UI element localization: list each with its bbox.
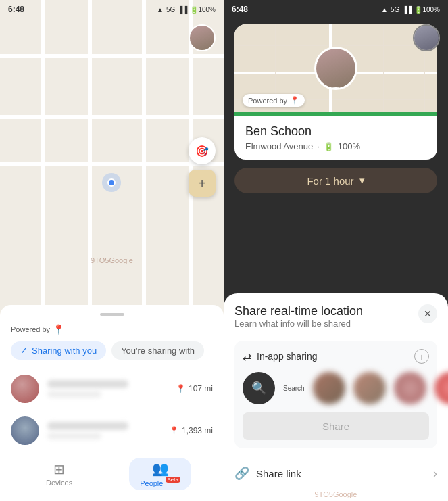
map-area[interactable]: 🎯 + 9TO5Google <box>0 0 224 305</box>
contact-name-blur-2 <box>47 422 128 430</box>
checkmark-icon: ✓ <box>20 345 28 356</box>
bottom-sheet-left: Powered by 📍 ✓ Sharing with you You're s… <box>0 305 224 501</box>
sharing-label: ⇄ In-app sharing <box>243 350 318 363</box>
mc-road-h1 <box>234 45 437 46</box>
share-link-row[interactable]: 🔗 Share link › <box>234 456 437 490</box>
share-modal: Share real-time location Learn what info… <box>224 293 448 501</box>
share-link-left: 🔗 Share link <box>234 466 301 481</box>
map-card-info: Ben Schoon Elmwood Avenue · 🔋 100% <box>234 116 437 160</box>
network-5g-right: 5G <box>391 6 399 14</box>
contact-circle-2[interactable] <box>353 372 386 404</box>
watermark-right: 9TO5Google <box>315 490 357 498</box>
contact-item-2[interactable]: 📍 1,393 mi <box>11 410 213 452</box>
tab-buttons: ✓ Sharing with you You're sharing with <box>11 341 213 360</box>
battery-icon-right: 🔋100% <box>414 6 440 14</box>
search-button[interactable]: 🔍 <box>243 372 275 404</box>
powered-by-left: Powered by 📍 <box>11 324 213 335</box>
search-contact: Search <box>283 385 305 392</box>
avatar-image <box>190 26 214 50</box>
contact-sub-blur-2 <box>47 433 101 439</box>
contact-list: 📍 107 mi 📍 1,393 mi <box>11 368 213 452</box>
map-card-avatar <box>314 47 357 90</box>
location-button[interactable]: 🎯 <box>189 137 216 164</box>
devices-icon: ⊞ <box>53 461 65 477</box>
duration-button[interactable]: For 1 hour ▾ <box>234 168 437 193</box>
wifi-icon: ▐▐ <box>178 6 187 14</box>
status-icons-right: ▲ 5G ▐▐ 🔋100% <box>381 6 440 14</box>
contact-info-2 <box>47 422 161 439</box>
contact-sub-blur-1 <box>47 391 101 398</box>
map-controls: 🎯 + <box>189 137 216 197</box>
location-dot <box>105 176 118 189</box>
share-link-label: Share link <box>256 468 301 479</box>
contact-circle-4[interactable] <box>434 372 448 404</box>
nav-devices-label: Devices <box>46 479 72 487</box>
battery-level-icon: 🔋 <box>324 142 334 151</box>
battery-icon-left: 🔋100% <box>190 6 216 14</box>
in-app-sharing-label: In-app sharing <box>257 351 318 362</box>
status-icons-left: ▲ 5G ▐▐ 🔋100% <box>157 6 216 14</box>
pin-icon-2: 📍 <box>169 426 179 435</box>
card-name: Ben Schoon <box>245 124 426 139</box>
modal-subtitle: Learn what info will be shared <box>234 318 363 329</box>
right-panel: 6:48 ▲ 5G ▐▐ 🔋100% <box>224 0 448 501</box>
info-icon[interactable]: i <box>414 349 429 364</box>
contact-circle-3[interactable] <box>394 372 426 404</box>
pin-icon-1: 📍 <box>176 384 186 393</box>
close-icon: ✕ <box>424 308 432 319</box>
people-icon: 👥 <box>152 460 169 477</box>
tab-you-sharing[interactable]: You're sharing with <box>111 341 204 360</box>
sharing-header: ⇄ In-app sharing i <box>243 349 429 364</box>
nav-people-label: People Beta <box>140 478 180 487</box>
contact-distance-2: 📍 1,393 mi <box>169 426 213 435</box>
signal-icon: ▲ <box>157 6 164 14</box>
tab-sharing-with-you-label: Sharing with you <box>32 345 97 356</box>
search-label: Search <box>283 385 305 392</box>
mc-road-v3 <box>383 24 384 112</box>
plus-icon: + <box>198 176 206 191</box>
nav-devices[interactable]: ⊞ Devices <box>32 458 86 490</box>
distance-1: 107 mi <box>189 384 213 393</box>
map-card: Powered by 📍 Ben Schoon Elmwood Avenue ·… <box>234 24 437 160</box>
avatar-image-2 <box>414 26 439 50</box>
modal-title: Share real-time location <box>234 304 363 318</box>
duration-label: For 1 hour <box>307 175 353 187</box>
modal-header: Share real-time location Learn what info… <box>234 304 437 338</box>
beta-badge: Beta <box>166 477 180 483</box>
map-card-pin <box>332 87 340 90</box>
status-time-left: 6:48 <box>8 5 24 14</box>
status-time-right: 6:48 <box>232 5 248 14</box>
powered-by-text: Powered by <box>11 325 50 333</box>
contacts-row: 🔍 Search <box>243 372 429 404</box>
tab-sharing-with-you[interactable]: ✓ Sharing with you <box>11 341 106 360</box>
share-button[interactable]: Share <box>243 412 429 440</box>
avatar-top-right-2[interactable] <box>413 24 440 51</box>
status-bar-left: 6:48 ▲ 5G ▐▐ 🔋100% <box>0 0 224 19</box>
wifi-icon-right: ▐▐ <box>402 6 412 14</box>
contact-avatar-2 <box>11 416 39 445</box>
add-button[interactable]: + <box>189 170 216 197</box>
modal-close-button[interactable]: ✕ <box>418 304 437 323</box>
contact-circle-1[interactable] <box>313 372 345 404</box>
sheet-handle <box>100 313 124 316</box>
contact-item-1[interactable]: 📍 107 mi <box>11 368 213 410</box>
avatar-top-right[interactable] <box>189 24 216 51</box>
distance-2: 1,393 mi <box>182 426 213 435</box>
share-arrows-icon: ⇄ <box>243 350 251 363</box>
map-card-image: Powered by 📍 <box>234 24 437 112</box>
status-bar-right: 6:48 ▲ 5G ▐▐ 🔋100% <box>224 0 448 19</box>
battery-pct: 100% <box>338 141 360 151</box>
card-location-text: Elmwood Avenue <box>245 141 313 151</box>
duration-chevron: ▾ <box>359 174 365 187</box>
powered-by-card-text: Powered by <box>248 97 287 105</box>
sharing-section: ⇄ In-app sharing i 🔍 Search Share <box>234 341 437 448</box>
nav-people[interactable]: 👥 People Beta <box>129 458 191 490</box>
link-icon: 🔗 <box>234 466 249 481</box>
modal-title-block: Share real-time location Learn what info… <box>234 304 363 338</box>
watermark-left: 9TO5Google <box>91 256 133 264</box>
contact-distance-1: 📍 107 mi <box>176 384 213 393</box>
network-5g: 5G <box>166 6 175 14</box>
contact-avatar-1 <box>11 375 39 403</box>
left-panel: 6:48 ▲ 5G ▐▐ 🔋100% 🎯 <box>0 0 224 501</box>
powered-pin-icon: 📍 <box>53 324 64 335</box>
